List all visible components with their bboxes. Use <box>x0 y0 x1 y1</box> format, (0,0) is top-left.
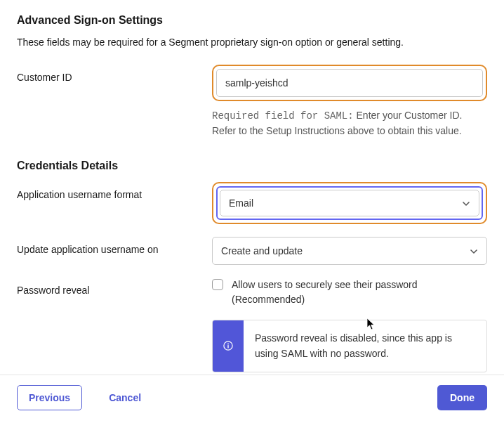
app-username-format-highlight: Email <box>212 182 487 224</box>
password-reveal-info-text: Password reveal is disabled, since this … <box>244 320 486 372</box>
password-reveal-checkbox-label: Allow users to securely see their passwo… <box>232 278 487 307</box>
footer-bar: Previous Cancel Done <box>0 375 504 417</box>
cancel-button[interactable]: Cancel <box>98 386 152 410</box>
app-username-format-row: Application username format Email <box>17 182 487 224</box>
customer-id-input[interactable] <box>216 69 483 97</box>
customer-id-label: Customer ID <box>17 65 212 83</box>
chevron-down-icon <box>470 247 478 255</box>
password-reveal-checkbox-row: Allow users to securely see their passwo… <box>212 278 487 307</box>
svg-point-1 <box>227 344 229 345</box>
previous-button[interactable]: Previous <box>17 385 82 410</box>
password-reveal-info-callout: Password reveal is disabled, since this … <box>212 320 487 372</box>
info-icon <box>213 320 244 372</box>
app-username-format-label: Application username format <box>17 182 212 200</box>
done-button[interactable]: Done <box>437 385 487 410</box>
app-username-format-select[interactable]: Email <box>220 190 479 216</box>
app-username-format-focus-ring: Email <box>216 186 483 220</box>
advanced-signon-heading: Advanced Sign-on Settings <box>17 14 487 27</box>
app-username-format-value: Email <box>229 197 253 209</box>
update-username-on-row: Update application username on Create an… <box>17 237 487 265</box>
password-reveal-label: Password reveal <box>17 278 212 296</box>
password-reveal-row: Password reveal Allow users to securely … <box>17 278 487 372</box>
svg-rect-2 <box>227 346 228 349</box>
customer-id-helper-prefix: Required field for SAML: <box>212 110 354 122</box>
customer-id-helper: Required field for SAML: Enter your Cust… <box>212 108 487 138</box>
credentials-details-heading: Credentials Details <box>17 160 487 172</box>
customer-id-highlight <box>212 65 487 101</box>
update-username-on-value: Create and update <box>221 245 303 256</box>
advanced-signon-description: These fields may be required for a Segme… <box>17 37 487 48</box>
password-reveal-checkbox[interactable] <box>212 279 223 290</box>
customer-id-row: Customer ID Required field for SAML: Ent… <box>17 65 487 138</box>
update-username-on-select[interactable]: Create and update <box>212 237 487 265</box>
update-username-on-label: Update application username on <box>17 237 212 255</box>
chevron-down-icon <box>462 199 470 207</box>
